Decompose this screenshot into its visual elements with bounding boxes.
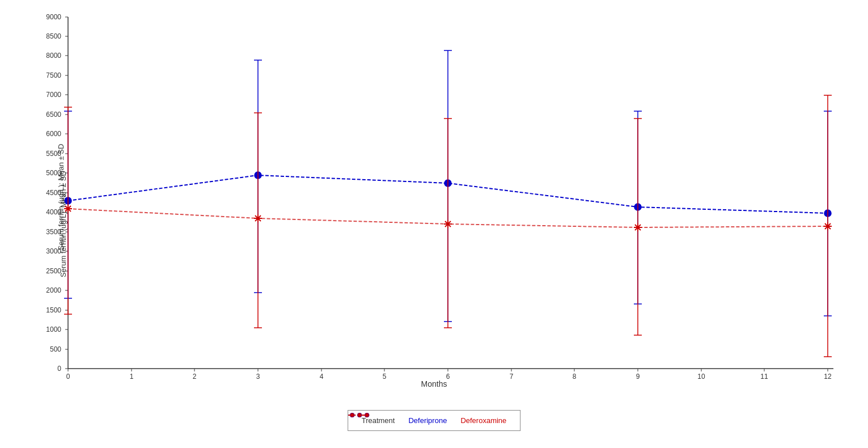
svg-text:1500: 1500	[46, 306, 61, 314]
svg-text:8000: 8000	[46, 52, 61, 60]
legend-deferoxamine: Deferoxamine	[460, 416, 506, 425]
svg-text:500: 500	[50, 345, 61, 353]
y-axis-label: Serum ferritin (ug/L): Mean ± SD	[57, 144, 65, 251]
legend-box: Treatment Deferiprone	[348, 410, 521, 431]
deferoxamine-point-3	[254, 214, 262, 222]
legend-deferiprone: Deferiprone	[408, 416, 447, 425]
chart-container: Serum ferritin (ug/L): Mean ± SD 0 500 1…	[0, 0, 868, 448]
x-axis-label: Months	[0, 379, 868, 388]
svg-text:2500: 2500	[46, 267, 61, 275]
svg-text:9000: 9000	[46, 13, 61, 21]
deferoxamine-point-6	[444, 220, 452, 228]
svg-text:7000: 7000	[46, 91, 61, 99]
deferoxamine-point-12	[824, 222, 832, 230]
svg-text:1000: 1000	[46, 326, 61, 333]
svg-text:8500: 8500	[46, 32, 61, 40]
svg-text:2000: 2000	[46, 286, 61, 294]
deferoxamine-point-9	[634, 223, 642, 231]
svg-text:0: 0	[57, 365, 61, 373]
legend-deferoxamine-label: Deferoxamine	[460, 416, 506, 425]
svg-text:6500: 6500	[46, 111, 61, 119]
legend-deferiprone-label: Deferiprone	[408, 416, 447, 425]
svg-text:7500: 7500	[46, 71, 61, 79]
svg-text:6000: 6000	[46, 130, 61, 138]
